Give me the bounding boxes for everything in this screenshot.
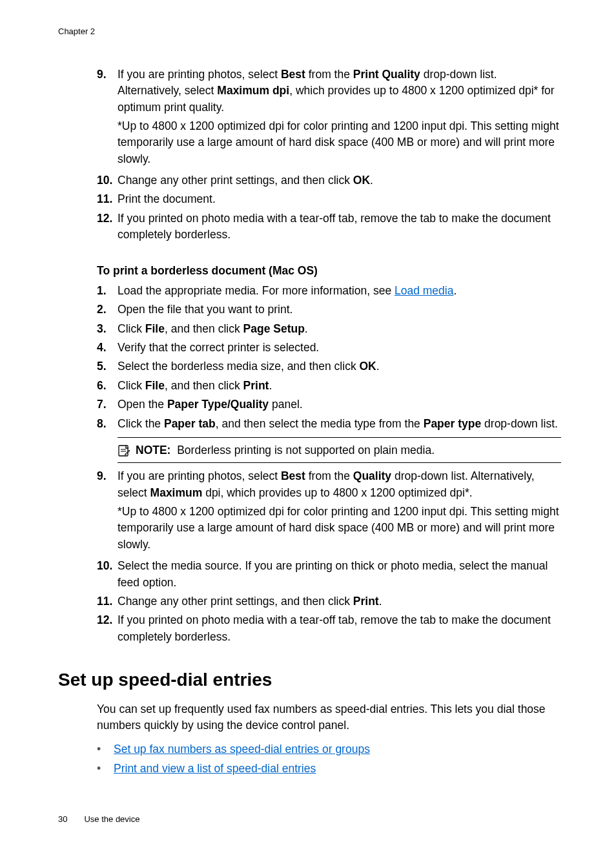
chapter-label: Chapter 2 xyxy=(58,26,561,38)
page-footer: 30 Use the device xyxy=(58,814,139,826)
instruction-list-1: 9. If you are printing photos, select Be… xyxy=(97,67,561,645)
bullet-list: • Set up fax numbers as speed-dial entri… xyxy=(97,741,561,777)
speed-dial-groups-link[interactable]: Set up fax numbers as speed-dial entries… xyxy=(114,741,370,757)
item-body: If you printed on photo media with a tea… xyxy=(118,612,561,645)
list-item: 9. If you are printing photos, select Be… xyxy=(97,468,561,555)
item-body: Click File, and then click Print. xyxy=(118,378,561,394)
list-item: 12. If you printed on photo media with a… xyxy=(97,612,561,645)
bullet-icon: • xyxy=(97,761,114,777)
item-number: 5. xyxy=(97,358,118,375)
item-number: 6. xyxy=(97,378,118,394)
item-number: 4. xyxy=(97,340,118,356)
item-body: If you are printing photos, select Best … xyxy=(118,468,561,555)
item-number: 1. xyxy=(97,283,118,299)
item-body: Click the Paper tab, and then select the… xyxy=(118,416,561,432)
page-number: 30 xyxy=(58,814,67,826)
list-item: • Print and view a list of speed-dial en… xyxy=(97,761,561,777)
item-number: 10. xyxy=(97,558,118,591)
item-number: 10. xyxy=(97,172,118,189)
item-body: Print the document. xyxy=(118,191,561,207)
item-body: Load the appropriate media. For more inf… xyxy=(118,283,561,299)
list-item: 1. Load the appropriate media. For more … xyxy=(97,283,561,299)
item-number: 7. xyxy=(97,396,118,413)
list-item: 11. Print the document. xyxy=(97,191,561,207)
item-number: 3. xyxy=(97,321,118,337)
item-number: 9. xyxy=(97,67,118,170)
list-item: 8. Click the Paper tab, and then select … xyxy=(97,416,561,432)
note-box: NOTE: Borderless printing is not support… xyxy=(118,437,561,463)
item-number: 8. xyxy=(97,416,118,432)
item-body: Change any other print settings, and the… xyxy=(118,593,561,610)
footer-title: Use the device xyxy=(84,814,139,826)
item-number: 11. xyxy=(97,593,118,610)
item-number: 12. xyxy=(97,211,118,243)
item-body: Change any other print settings, and the… xyxy=(118,172,561,189)
item-number: 12. xyxy=(97,612,118,645)
item-number: 11. xyxy=(97,191,118,207)
list-item: 5. Select the borderless media size, and… xyxy=(97,358,561,375)
bullet-icon: • xyxy=(97,741,114,757)
heading-speed-dial: Set up speed-dial entries xyxy=(58,667,561,694)
item-number: 9. xyxy=(97,468,118,555)
list-item: 4. Verify that the correct printer is se… xyxy=(97,340,561,356)
load-media-link[interactable]: Load media xyxy=(395,284,453,297)
item-body: Open the file that you want to print. xyxy=(118,302,561,318)
item-body: Verify that the correct printer is selec… xyxy=(118,340,561,356)
print-speed-dial-link[interactable]: Print and view a list of speed-dial entr… xyxy=(114,761,316,777)
subheading-mac: To print a borderless document (Mac OS) xyxy=(97,263,561,279)
list-item: 11. Change any other print settings, and… xyxy=(97,593,561,610)
item-body: Select the borderless media size, and th… xyxy=(118,358,561,375)
note-icon xyxy=(118,444,130,457)
list-item: 2. Open the file that you want to print. xyxy=(97,302,561,318)
item-body: If you are printing photos, select Best … xyxy=(118,67,561,170)
list-item: 10. Change any other print settings, and… xyxy=(97,172,561,189)
item-body: Open the Paper Type/Quality panel. xyxy=(118,396,561,413)
list-item: 6. Click File, and then click Print. xyxy=(97,378,561,394)
list-item: • Set up fax numbers as speed-dial entri… xyxy=(97,741,561,757)
intro-paragraph: You can set up frequently used fax numbe… xyxy=(97,701,561,734)
list-item: 12. If you printed on photo media with a… xyxy=(97,211,561,243)
list-item: 10. Select the media source. If you are … xyxy=(97,558,561,591)
note-content: NOTE: Borderless printing is not support… xyxy=(136,442,435,458)
list-item: 3. Click File, and then click Page Setup… xyxy=(97,321,561,337)
item-number: 2. xyxy=(97,302,118,318)
item-body: Select the media source. If you are prin… xyxy=(118,558,561,591)
item-body: If you printed on photo media with a tea… xyxy=(118,211,561,243)
list-item: 9. If you are printing photos, select Be… xyxy=(97,67,561,170)
item-body: Click File, and then click Page Setup. xyxy=(118,321,561,337)
list-item: 7. Open the Paper Type/Quality panel. xyxy=(97,396,561,413)
